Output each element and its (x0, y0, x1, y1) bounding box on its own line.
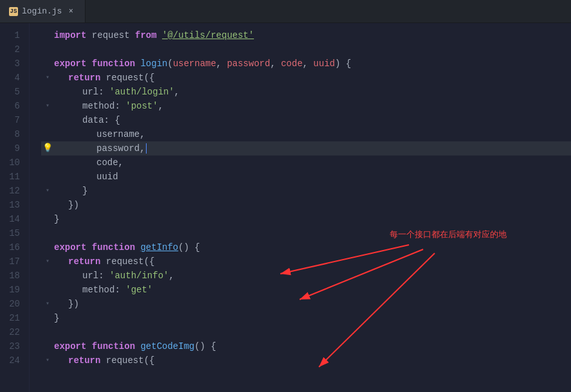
code-line-6: ▾method: 'post', (41, 99, 571, 113)
fold-icon[interactable]: ▾ (46, 184, 50, 198)
token-3-3 (135, 57, 140, 71)
token-23-1 (86, 339, 91, 353)
token-18-0: url (82, 269, 98, 283)
token-18-1: : (98, 269, 109, 283)
token-19-0: method (82, 283, 114, 297)
line-number-4: 4 (0, 71, 20, 85)
token-3-7: , (216, 57, 227, 71)
code-area[interactable]: 每一个接口都在后端有对应的地 import request from '@/ut… (30, 23, 571, 392)
line-number-11: 11 (0, 170, 20, 184)
token-6-0: method (82, 99, 114, 113)
token-20-0: }) (68, 297, 79, 311)
code-line-5: url: 'auth/login', (41, 85, 571, 99)
code-line-24: ▾return request({ (41, 353, 571, 368)
code-line-10: code, (41, 156, 571, 170)
tab-close-button[interactable]: × (66, 6, 76, 17)
token-3-10: code (281, 57, 303, 71)
line-number-10: 10 (0, 156, 20, 170)
token-1-5 (157, 28, 162, 42)
token-3-0: export (54, 57, 86, 71)
token-3-11: , (303, 57, 314, 71)
token-5-1: : (98, 85, 109, 99)
code-line-17: ▾return request({ (41, 254, 571, 269)
line-number-19: 19 (0, 283, 20, 297)
token-23-4: getCodeImg (140, 339, 194, 353)
line-number-15: 15 (0, 226, 20, 240)
token-17-0: return (68, 254, 100, 269)
token-7-0: data (82, 113, 104, 127)
lightbulb-icon[interactable]: 💡 (42, 141, 53, 156)
token-6-1: : (114, 99, 125, 113)
line-number-3: 3 (0, 57, 20, 71)
token-18-3: , (168, 269, 174, 283)
code-line-19: method: 'get' (41, 283, 571, 297)
token-3-5: ( (167, 57, 172, 71)
token-4-0: return (68, 71, 100, 85)
code-line-7: data: { (41, 113, 571, 127)
gutter-4: ▾ (41, 71, 54, 85)
editor-window: JS login.js × 12345678910111213141516171… (0, 0, 571, 392)
code-line-12: ▾} (41, 184, 571, 198)
token-6-3: , (158, 99, 163, 113)
token-1-1 (86, 28, 91, 42)
code-line-16: export function getInfo() { (41, 240, 571, 254)
token-24-0: return (68, 353, 100, 368)
code-line-21: } (41, 311, 571, 325)
code-line-1: import request from '@/utils/request' (41, 28, 571, 42)
token-6-2: 'post' (125, 99, 158, 113)
fold-icon[interactable]: ▾ (46, 297, 50, 311)
fold-icon[interactable]: ▾ (46, 254, 50, 269)
line-number-24: 24 (0, 353, 20, 368)
fold-icon[interactable]: ▾ (46, 71, 50, 85)
line-number-8: 8 (0, 127, 20, 141)
gutter-24: ▾ (41, 353, 54, 368)
text-cursor (146, 143, 147, 154)
js-file-icon: JS (9, 7, 18, 16)
token-1-4: from (135, 28, 157, 42)
line-numbers: 123456789101112131415161718192021222324 (0, 23, 30, 392)
gutter-12: ▾ (41, 184, 54, 198)
code-line-18: url: 'auth/info', (41, 269, 571, 283)
fold-icon[interactable]: ▾ (46, 353, 50, 368)
gutter-17: ▾ (41, 254, 54, 269)
token-23-0: export (54, 339, 86, 353)
token-12-0: } (82, 184, 87, 198)
token-5-0: url (82, 85, 98, 99)
line-number-22: 22 (0, 325, 20, 339)
code-line-9: 💡password, (41, 141, 571, 156)
line-number-16: 16 (0, 240, 20, 254)
token-3-12: uuid (313, 57, 335, 71)
token-10-1: , (118, 156, 123, 170)
token-16-5: () { (178, 240, 200, 254)
code-line-20: ▾}) (41, 297, 571, 311)
token-3-4: login (140, 57, 167, 71)
tab-login-js[interactable]: JS login.js × (0, 0, 86, 22)
code-line-13: }) (41, 198, 571, 212)
token-16-1 (86, 240, 91, 254)
token-13-0: }) (68, 198, 79, 212)
line-number-14: 14 (0, 212, 20, 226)
token-3-8: password (227, 57, 270, 71)
code-line-8: username, (41, 127, 571, 141)
token-23-5: () { (194, 339, 216, 353)
line-number-7: 7 (0, 113, 20, 127)
token-3-9: , (270, 57, 281, 71)
line-number-5: 5 (0, 85, 20, 99)
gutter-9: 💡 (41, 141, 54, 156)
code-editor: 123456789101112131415161718192021222324 … (0, 23, 571, 392)
token-1-2: request (92, 28, 130, 42)
token-1-6: '@/utils/request' (162, 28, 254, 42)
line-number-2: 2 (0, 42, 20, 57)
token-3-1 (86, 57, 91, 71)
code-line-2 (41, 42, 571, 57)
line-number-12: 12 (0, 184, 20, 198)
token-18-2: 'auth/info' (109, 269, 168, 283)
token-1-3 (130, 28, 135, 42)
token-8-0: username (96, 127, 140, 141)
token-3-6: username (173, 57, 216, 71)
fold-icon[interactable]: ▾ (46, 99, 50, 113)
line-number-9: 9 (0, 141, 20, 156)
code-line-22 (41, 325, 571, 339)
token-24-1: request({ (100, 353, 154, 368)
token-9-1: , (140, 141, 145, 156)
